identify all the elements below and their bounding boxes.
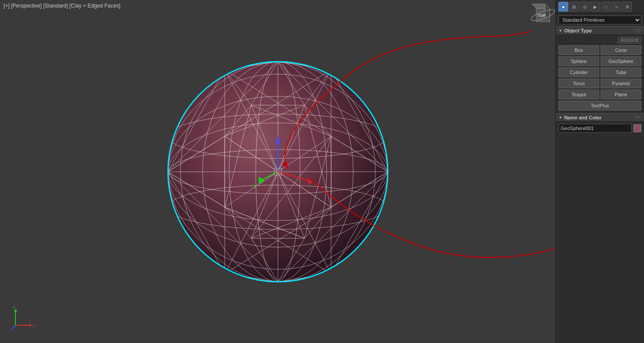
viewport-nav-cube[interactable]: TOP <box>530 2 552 24</box>
sphere-mode-icon[interactable]: ● <box>558 2 568 12</box>
axis-indicator: X Y Z <box>9 305 35 332</box>
name-color-section <box>556 122 644 134</box>
name-color-collapse-icon: ▼ <box>558 115 562 120</box>
object-name-input[interactable] <box>558 124 632 133</box>
camera-mode-icon[interactable]: ▶ <box>590 2 600 12</box>
name-color-drag-handle: ⠿⠿ <box>635 115 641 120</box>
name-color-row <box>558 124 641 133</box>
object-type-section: AutoGrid Box Cone Sphere GeoSphere Cylin… <box>556 35 644 112</box>
viewport-label: [+] [Perspective] [Standard] [Clay + Edg… <box>4 3 120 9</box>
name-color-title: Name and Color <box>564 115 601 120</box>
spline-mode-icon[interactable]: ∿ <box>612 2 621 12</box>
cylinder-btn[interactable]: Cylinder <box>558 67 599 77</box>
viewport[interactable]: [+] [Perspective] [Standard] [Clay + Edg… <box>0 0 555 343</box>
box-btn[interactable]: Box <box>558 45 599 55</box>
torus-btn[interactable]: Torus <box>558 79 599 88</box>
svg-text:TOP: TOP <box>538 13 546 18</box>
object-type-header[interactable]: ▼ Object Type ⠿⠿ <box>556 26 644 35</box>
svg-text:Y: Y <box>12 305 15 310</box>
svg-marker-80 <box>29 323 32 327</box>
autogrid-label: AutoGrid <box>618 37 641 43</box>
object-type-collapse-icon: ▼ <box>558 28 562 33</box>
svg-text:Z: Z <box>9 329 12 332</box>
autogrid-row: AutoGrid <box>558 37 641 43</box>
system-mode-icon[interactable]: ⚙ <box>622 2 632 12</box>
helper-mode-icon[interactable]: □ <box>601 2 611 12</box>
geosphere-btn[interactable]: GeoSphere <box>601 56 641 66</box>
panel-scroll[interactable]: Standard Primitives ▼ Object Type ⠿⠿ Aut… <box>556 14 644 343</box>
plane-btn[interactable]: Plane <box>601 90 641 99</box>
object-type-drag-handle: ⠿⠿ <box>635 28 641 33</box>
object-type-title: Object Type <box>564 28 592 33</box>
svg-line-85 <box>11 325 16 330</box>
svg-text:X: X <box>33 323 35 328</box>
color-swatch[interactable] <box>633 124 641 132</box>
cone-btn[interactable]: Cone <box>601 45 641 55</box>
primitives-dropdown[interactable]: Standard Primitives <box>558 16 641 24</box>
geosphere-mesh: y <box>154 47 402 296</box>
svg-text:y: y <box>254 183 257 188</box>
textplus-btn[interactable]: TextPlus <box>558 101 641 110</box>
light-mode-icon[interactable]: ◎ <box>580 2 589 12</box>
name-color-header[interactable]: ▼ Name and Color ⠿⠿ <box>556 113 644 122</box>
tube-btn[interactable]: Tube <box>601 67 641 77</box>
teapot-btn[interactable]: Teapot <box>558 90 599 99</box>
pyramid-btn[interactable]: Pyramid <box>601 79 641 88</box>
icons-bar: ● ⊞ ◎ ▶ □ ∿ ⚙ <box>556 0 644 14</box>
primitives-dropdown-container: Standard Primitives <box>558 16 641 24</box>
sphere-btn[interactable]: Sphere <box>558 56 599 66</box>
right-panel: ● ⊞ ◎ ▶ □ ∿ ⚙ Standard Primitives ▼ Obje… <box>555 0 644 343</box>
primitives-buttons-grid: Box Cone Sphere GeoSphere Cylinder Tube … <box>558 45 641 110</box>
graph-mode-icon[interactable]: ⊞ <box>569 2 579 12</box>
